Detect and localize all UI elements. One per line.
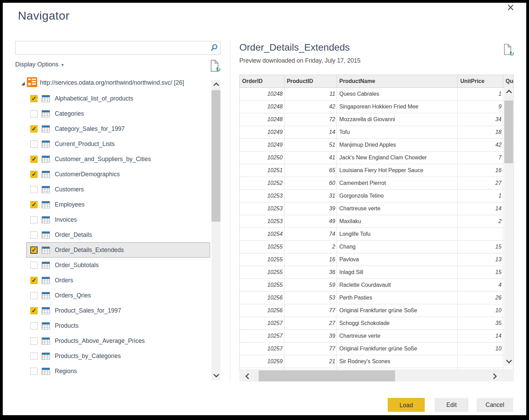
tree-item-order_details[interactable]: Order_Details: [26, 227, 210, 242]
checkbox[interactable]: [30, 186, 38, 193]
table-cell: Mozzarella di Giovanni: [337, 113, 458, 126]
edit-button[interactable]: Edit: [435, 398, 468, 412]
tree-item-product_sales_for_1997[interactable]: ✓Product_Sales_for_1997: [26, 303, 210, 318]
table-cell: 35: [458, 317, 503, 330]
refresh-preview-icon[interactable]: ↻: [503, 43, 513, 56]
table-icon: [42, 156, 50, 163]
checkbox[interactable]: [30, 322, 38, 329]
scrollbar-thumb[interactable]: [504, 101, 513, 163]
table-cell: 9: [458, 101, 503, 113]
table-cell: 16: [458, 164, 503, 177]
tree-item-customers[interactable]: Customers: [26, 182, 210, 197]
table-icon: [42, 277, 50, 284]
tree-item-label: Orders_Qries: [55, 292, 91, 299]
table-cell: Longlife Tofu: [337, 228, 458, 241]
table-cell: 15: [458, 266, 503, 279]
scrollbar-thumb[interactable]: [259, 370, 395, 381]
table-icon: [42, 125, 50, 133]
table-cell: 72: [284, 113, 337, 126]
table-horizontal-scrollbar[interactable]: [239, 370, 514, 381]
column-header-quantity: Quantity: [503, 75, 514, 87]
table-icon: [42, 231, 50, 239]
close-icon[interactable]: ×: [507, 0, 514, 15]
checkbox[interactable]: ✓: [30, 95, 38, 102]
checkbox[interactable]: ✓: [30, 201, 38, 208]
table-cell: 10252: [240, 177, 284, 190]
display-options-dropdown[interactable]: Display Options▾: [15, 61, 64, 68]
page-title: Navigator: [18, 9, 70, 22]
checkbox[interactable]: [30, 262, 38, 269]
checkbox[interactable]: ✓: [30, 246, 38, 254]
tree-scrollbar[interactable]: [211, 80, 220, 380]
table-row: 1025516Pavlova13: [240, 253, 514, 266]
table-cell: 10256: [240, 304, 284, 317]
column-header-orderid: OrderID: [240, 75, 284, 87]
checkbox[interactable]: ✓: [30, 171, 38, 178]
checkbox[interactable]: ✓: [30, 277, 38, 284]
tree-expander-icon[interactable]: [21, 82, 25, 85]
table-cell: 77: [284, 304, 337, 317]
table-cell: Louisiana Fiery Hot Pepper Sauce: [337, 164, 458, 177]
scroll-right-icon[interactable]: [491, 374, 497, 379]
table-cell: 13: [458, 253, 503, 266]
checkbox[interactable]: [30, 368, 38, 375]
column-header-unitprice: UnitPrice: [458, 75, 503, 87]
tree-item-employees[interactable]: ✓Employees: [26, 197, 210, 212]
table-cell: Queso Cabrales: [337, 88, 458, 101]
tree-item-current_product_lists[interactable]: Current_Product_Lists: [26, 136, 210, 151]
table-cell: [458, 355, 503, 368]
tree-item-products_above_average_prices[interactable]: Products_Above_Average_Prices: [26, 333, 210, 348]
tree-item-products[interactable]: Products: [26, 318, 210, 333]
tree-item-categories[interactable]: Categories: [26, 106, 210, 121]
table-cell: 10248: [240, 101, 284, 113]
tree-item-order_details_extendeds[interactable]: ✓Order_Details_Extendeds: [26, 242, 210, 258]
table-header-row: OrderIDProductIDProductNameUnitPriceQuan…: [240, 75, 514, 88]
checkbox[interactable]: [30, 216, 38, 223]
table-row: [240, 368, 514, 370]
checkbox[interactable]: ✓: [30, 156, 38, 163]
table-cell: Maxilaku: [337, 215, 458, 228]
tree-item-orders[interactable]: ✓Orders: [26, 273, 210, 288]
checkbox[interactable]: [30, 337, 38, 345]
search-box[interactable]: [15, 41, 220, 55]
table-cell: 10248: [240, 113, 284, 126]
preview-table: OrderIDProductIDProductNameUnitPriceQuan…: [239, 75, 514, 370]
tree-item-customer_and_suppliers_by_cities[interactable]: ✓Customer_and_Suppliers_by_Cities: [26, 151, 210, 167]
checkbox[interactable]: [30, 140, 38, 148]
odata-feed-icon: [27, 77, 37, 88]
checkbox[interactable]: [30, 110, 38, 117]
scroll-up-icon[interactable]: [214, 83, 219, 88]
tree-item-invoices[interactable]: Invoices: [26, 212, 210, 227]
table-cell: Chang: [337, 241, 458, 253]
table-row: 1024872Mozzarella di Giovanni34: [240, 113, 514, 126]
tree-item-alphabetical_list_of_products[interactable]: ✓Alphabetical_list_of_products: [26, 91, 210, 106]
load-button[interactable]: Load: [388, 398, 425, 412]
table-cell: 10255: [240, 266, 284, 279]
tree-item-products_by_categories[interactable]: Products_by_Categories: [26, 348, 210, 364]
table-cell: 10253: [240, 190, 284, 202]
cancel-button[interactable]: Cancel: [477, 398, 513, 412]
scroll-left-icon[interactable]: [246, 374, 251, 379]
tree-item-orders_qries[interactable]: Orders_Qries: [26, 288, 210, 303]
column-header-productname: ProductName: [337, 75, 458, 87]
scroll-down-icon[interactable]: [506, 358, 512, 364]
scroll-up-icon[interactable]: [506, 90, 512, 96]
scroll-down-icon[interactable]: [214, 372, 219, 378]
table-cell: [503, 368, 514, 370]
checkbox[interactable]: ✓: [30, 125, 38, 133]
checkbox[interactable]: [30, 292, 38, 299]
tree-item-order_subtotals[interactable]: Order_Subtotals: [26, 258, 210, 273]
display-options-label: Display Options: [15, 61, 59, 68]
search-icon[interactable]: [209, 43, 218, 54]
tree-item-customerdemographics[interactable]: ✓CustomerDemographics: [26, 167, 210, 182]
checkbox[interactable]: [30, 231, 38, 239]
search-input[interactable]: [18, 43, 205, 54]
table-vertical-scrollbar[interactable]: [504, 87, 513, 366]
tree-item-category_sales_for_1997[interactable]: ✓Category_Sales_for_1997: [26, 121, 210, 136]
checkbox[interactable]: [30, 353, 38, 360]
tree-item-regions[interactable]: Regions: [26, 364, 210, 379]
scrollbar-thumb[interactable]: [211, 90, 220, 222]
refresh-list-icon[interactable]: ↻: [209, 59, 220, 72]
checkbox[interactable]: ✓: [30, 307, 38, 314]
datasource-url[interactable]: http://services.odata.org/northwind/nort…: [40, 79, 196, 86]
